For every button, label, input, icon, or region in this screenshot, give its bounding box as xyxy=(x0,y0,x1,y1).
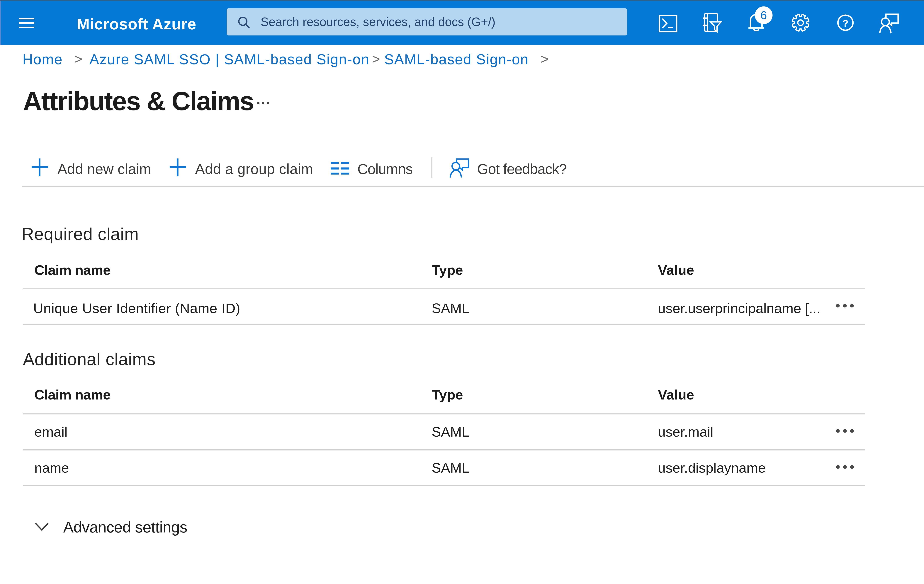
svg-text:?: ? xyxy=(842,18,848,28)
svg-text:6: 6 xyxy=(761,8,767,21)
